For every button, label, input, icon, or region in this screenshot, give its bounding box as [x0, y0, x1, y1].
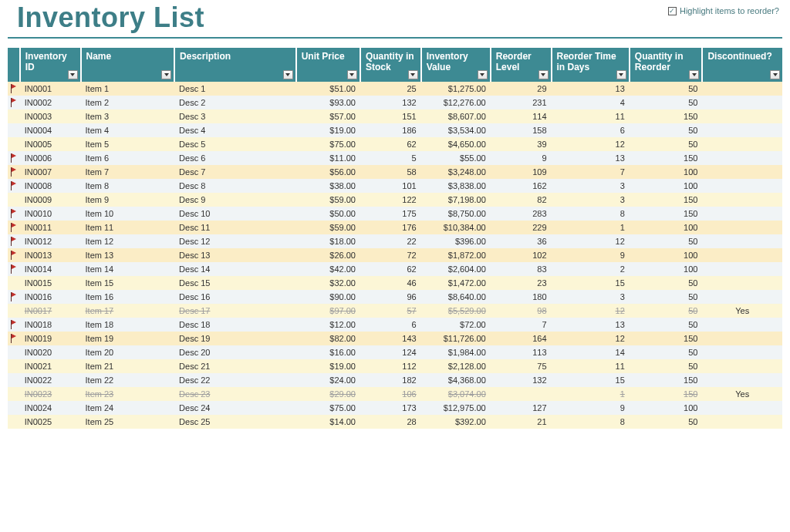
cell-disc — [702, 290, 782, 304]
table-row[interactable]: IN0007Item 7Desc 7$56.0058$3,248.0010971… — [8, 165, 782, 179]
cell-name: Item 2 — [81, 96, 175, 109]
table-row[interactable]: IN0013Item 13Desc 13$26.0072$1,872.00102… — [8, 248, 782, 262]
cell-desc: Desc 5 — [174, 137, 296, 151]
highlight-reorder-toggle[interactable]: ✓ Highlight items to reorder? — [668, 2, 782, 15]
table-row[interactable]: IN0016Item 16Desc 16$90.0096$8,640.00180… — [8, 290, 782, 304]
filter-dropdown-icon[interactable] — [689, 70, 699, 79]
cell-rt: 11 — [552, 109, 630, 123]
cell-qr: 100 — [630, 221, 703, 234]
cell-rt: 15 — [552, 276, 630, 290]
table-row[interactable]: IN0005Item 5Desc 5$75.0062$4,650.0039125… — [8, 137, 782, 151]
cell-desc: Desc 21 — [174, 359, 296, 373]
cell-price: $57.00 — [296, 109, 360, 123]
column-header-qty[interactable]: Quantity in Stock — [360, 48, 421, 82]
flag-icon — [10, 320, 17, 329]
filter-dropdown-icon[interactable] — [68, 70, 78, 79]
cell-disc — [702, 207, 782, 221]
cell-rt: 1 — [552, 387, 630, 401]
cell-id: IN0018 — [20, 318, 81, 332]
table-row[interactable]: IN0022Item 22Desc 22$24.00182$4,368.0013… — [8, 373, 782, 387]
table-row[interactable]: IN0020Item 20Desc 20$16.00124$1,984.0011… — [8, 345, 782, 359]
cell-desc: Desc 10 — [174, 207, 296, 221]
cell-rl: 29 — [491, 82, 552, 96]
header-divider — [8, 37, 782, 39]
table-row[interactable]: IN0009Item 9Desc 9$59.00122$7,198.008231… — [8, 193, 782, 207]
cell-val: $3,534.00 — [421, 123, 491, 137]
cell-name: Item 23 — [81, 387, 175, 401]
column-header-price[interactable]: Unit Price — [296, 48, 360, 82]
cell-rt: 8 — [552, 207, 630, 221]
table-row[interactable]: IN0003Item 3Desc 3$57.00151$8,607.001141… — [8, 109, 782, 123]
filter-dropdown-icon[interactable] — [616, 70, 626, 79]
table-row[interactable]: IN0025Item 25Desc 25$14.0028$392.0021850 — [8, 415, 782, 429]
table-row[interactable]: IN0019Item 19Desc 19$82.00143$11,726.001… — [8, 332, 782, 345]
cell-price: $16.00 — [296, 345, 360, 359]
cell-disc — [702, 332, 782, 345]
cell-desc: Desc 2 — [174, 96, 296, 109]
table-row[interactable]: IN0015Item 15Desc 15$32.0046$1,472.00231… — [8, 276, 782, 290]
table-row[interactable]: IN0001Item 1Desc 1$51.0025$1,275.0029135… — [8, 82, 782, 96]
column-header-desc[interactable]: Description — [174, 48, 296, 82]
cell-id: IN0013 — [20, 248, 81, 262]
filter-dropdown-icon[interactable] — [538, 70, 549, 79]
cell-qr: 150 — [630, 109, 703, 123]
filter-dropdown-icon[interactable] — [408, 70, 418, 79]
column-header-qr[interactable]: Quantity in Reorder — [630, 48, 703, 82]
column-header-id[interactable]: Inventory ID — [20, 48, 81, 82]
cell-qr: 150 — [630, 387, 703, 401]
cell-name: Item 8 — [81, 179, 175, 193]
column-header-val[interactable]: Inventory Value — [421, 48, 491, 82]
filter-dropdown-icon[interactable] — [770, 70, 780, 79]
cell-desc: Desc 8 — [174, 179, 296, 193]
flag-icon — [10, 209, 17, 218]
table-row[interactable]: IN0012Item 12Desc 12$18.0022$396.0036125… — [8, 234, 782, 248]
cell-qr: 50 — [630, 318, 703, 332]
table-row[interactable]: IN0023Item 23Desc 23$29.00106$3,074.0011… — [8, 387, 782, 401]
table-row[interactable]: IN0008Item 8Desc 8$38.00101$3,838.001623… — [8, 179, 782, 193]
table-row[interactable]: IN0014Item 14Desc 14$42.0062$2,604.00832… — [8, 262, 782, 276]
cell-val: $8,750.00 — [421, 207, 491, 221]
table-row[interactable]: IN0004Item 4Desc 4$19.00186$3,534.001586… — [8, 123, 782, 137]
column-header-label: Unit Price — [302, 51, 345, 62]
cell-rl: 9 — [491, 151, 552, 165]
cell-name: Item 10 — [81, 207, 175, 221]
cell-disc — [702, 248, 782, 262]
column-header-disc[interactable]: Discontinued? — [702, 48, 782, 82]
cell-disc — [702, 318, 782, 332]
cell-name: Item 5 — [81, 137, 175, 151]
cell-id: IN0009 — [20, 193, 81, 207]
table-row[interactable]: IN0006Item 6Desc 6$11.005$55.00913150 — [8, 151, 782, 165]
column-header-name[interactable]: Name — [81, 48, 175, 82]
cell-rl: 180 — [491, 290, 552, 304]
table-row[interactable]: IN0021Item 21Desc 21$19.00112$2,128.0075… — [8, 359, 782, 373]
cell-qr: 50 — [630, 290, 703, 304]
cell-name: Item 12 — [81, 234, 175, 248]
cell-rl: 7 — [491, 318, 552, 332]
cell-val: $10,384.00 — [421, 221, 491, 234]
flag-cell — [8, 276, 20, 290]
filter-dropdown-icon[interactable] — [283, 70, 293, 79]
column-header-label: Name — [86, 51, 112, 62]
cell-price: $56.00 — [296, 165, 360, 179]
filter-dropdown-icon[interactable] — [161, 70, 171, 79]
table-row[interactable]: IN0024Item 24Desc 24$75.00173$12,975.001… — [8, 401, 782, 415]
cell-rl: 21 — [491, 415, 552, 429]
cell-desc: Desc 7 — [174, 165, 296, 179]
cell-id: IN0003 — [20, 109, 81, 123]
cell-qty: 6 — [360, 318, 421, 332]
table-row[interactable]: IN0010Item 10Desc 10$50.00175$8,750.0028… — [8, 207, 782, 221]
column-header-rl[interactable]: Reorder Level — [491, 48, 552, 82]
table-row[interactable]: IN0017Item 17Desc 17$97.0057$5,529.00981… — [8, 304, 782, 318]
table-row[interactable]: IN0018Item 18Desc 18$12.006$72.0071350 — [8, 318, 782, 332]
flag-cell — [8, 109, 20, 123]
table-row[interactable]: IN0011Item 11Desc 11$59.00176$10,384.002… — [8, 221, 782, 234]
flag-cell — [8, 304, 20, 318]
cell-id: IN0004 — [20, 123, 81, 137]
cell-rt: 12 — [552, 304, 630, 318]
table-row[interactable]: IN0002Item 2Desc 2$93.00132$12,276.00231… — [8, 96, 782, 109]
filter-dropdown-icon[interactable] — [478, 70, 488, 79]
cell-price: $14.00 — [296, 415, 360, 429]
cell-disc — [702, 151, 782, 165]
filter-dropdown-icon[interactable] — [347, 70, 357, 79]
column-header-rt[interactable]: Reorder Time in Days — [552, 48, 630, 82]
